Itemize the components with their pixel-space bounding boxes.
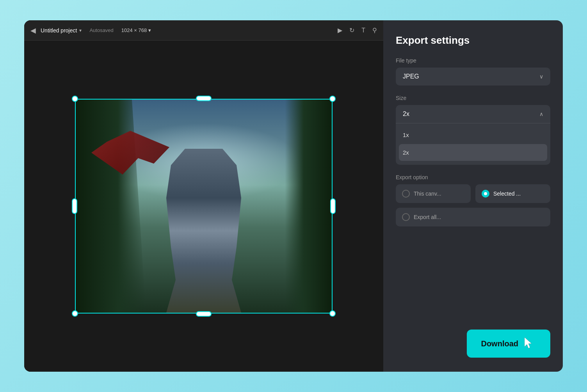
export-all-radio [402, 213, 410, 221]
canvas-frame [75, 99, 333, 314]
handle-top-middle[interactable] [196, 96, 212, 101]
export-all-label: Export all... [414, 214, 441, 220]
export-option-section: Export option This canv... Selected ... … [396, 174, 550, 226]
size-option-1x[interactable]: 1x [396, 127, 550, 143]
dimensions-value: 1024 × 768 [121, 27, 147, 33]
size-selected-value: 2x [403, 110, 409, 118]
project-name-label: Untitled project [41, 27, 77, 34]
cursor-icon [522, 337, 536, 351]
editor-panel: ◀ Untitled project ▾ Autosaved 1024 × 76… [24, 20, 383, 372]
this-canvas-radio [402, 190, 410, 198]
export-panel: Export settings File type JPEG ∨ Size 2x… [383, 20, 563, 372]
dimensions-chevron-icon: ▾ [148, 27, 151, 33]
handle-bottom-left[interactable] [72, 310, 78, 317]
link-tool-icon[interactable]: ⚲ [372, 27, 377, 34]
project-name-button[interactable]: Untitled project ▾ [41, 27, 82, 34]
toolbar-tools: ▶ ↻ T ⚲ [338, 27, 377, 34]
back-button[interactable]: ◀ [30, 26, 36, 35]
file-type-label: File type [396, 57, 550, 64]
canvas-area[interactable] [24, 41, 383, 372]
handle-middle-right[interactable] [330, 198, 336, 214]
selected-radio [482, 190, 489, 198]
size-option-2x[interactable]: 2x [399, 144, 547, 161]
download-label: Download [481, 339, 518, 348]
export-title: Export settings [396, 34, 550, 46]
selected-label: Selected ... [493, 191, 521, 197]
size-label: Size [396, 95, 550, 101]
file-type-chevron-icon: ∨ [539, 73, 543, 80]
download-btn-area: Download [396, 330, 550, 358]
project-chevron-icon: ▾ [79, 28, 82, 33]
handle-top-left[interactable] [72, 96, 78, 102]
download-button[interactable]: Download [467, 330, 550, 358]
file-type-section: File type JPEG ∨ [396, 57, 550, 86]
text-tool-icon[interactable]: T [361, 27, 365, 34]
file-type-value: JPEG [403, 73, 419, 80]
handle-bottom-right[interactable] [329, 310, 336, 317]
toolbar: ◀ Untitled project ▾ Autosaved 1024 × 76… [24, 20, 383, 41]
handle-top-right[interactable] [329, 96, 336, 102]
size-options-list: 1x 2x [396, 123, 550, 165]
rotate-tool-icon[interactable]: ↻ [349, 27, 354, 34]
handle-bottom-middle[interactable] [196, 311, 212, 317]
autosaved-status: Autosaved [89, 27, 113, 33]
size-chevron-open-icon: ∧ [539, 111, 543, 117]
size-dropdown[interactable]: 2x ∧ 1x 2x [396, 105, 550, 165]
cursor-tool-icon[interactable]: ▶ [338, 27, 342, 34]
size-selected-row[interactable]: 2x ∧ [396, 105, 550, 123]
scene-trees-right [285, 100, 332, 313]
selected-option[interactable]: Selected ... [475, 184, 550, 203]
export-all-option[interactable]: Export all... [396, 208, 550, 226]
this-canvas-label: This canv... [414, 191, 441, 197]
main-container: ◀ Untitled project ▾ Autosaved 1024 × 76… [24, 20, 563, 372]
handle-middle-left[interactable] [72, 198, 77, 214]
this-canvas-option[interactable]: This canv... [396, 184, 471, 203]
svg-marker-0 [525, 337, 532, 348]
export-option-label: Export option [396, 174, 550, 180]
export-options-row: This canv... Selected ... [396, 184, 550, 203]
dimensions-selector[interactable]: 1024 × 768 ▾ [121, 27, 151, 33]
size-section: Size 2x ∧ 1x 2x [396, 95, 550, 165]
file-type-dropdown[interactable]: JPEG ∨ [396, 68, 550, 86]
canvas-image [75, 99, 333, 314]
